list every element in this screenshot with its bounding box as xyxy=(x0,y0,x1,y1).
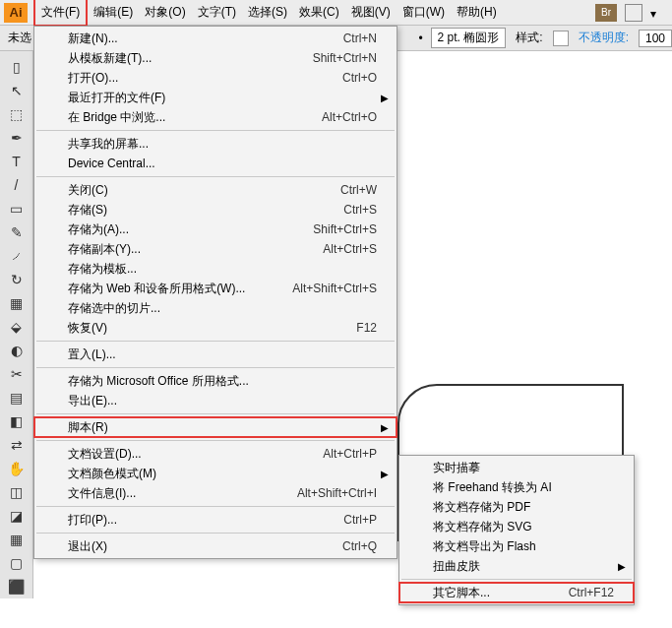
menu-item-label: 共享我的屏幕... xyxy=(68,136,387,153)
file-menu-dropdown: 新建(N)...Ctrl+N从模板新建(T)...Shift+Ctrl+N打开(… xyxy=(33,26,397,559)
menu-item-label: 新建(N)... xyxy=(68,31,343,47)
dropdown-icon[interactable]: ▾ xyxy=(650,7,662,19)
menu-item[interactable]: 存储(S)Ctrl+S xyxy=(34,200,397,220)
menu-object[interactable]: 对象(O) xyxy=(139,0,191,25)
tool-17[interactable]: ✋ xyxy=(4,458,30,479)
menu-item[interactable]: 文档颜色模式(M)▶ xyxy=(34,464,397,483)
menu-separator xyxy=(36,440,395,441)
menu-item-label: 将 Freehand 转换为 AI xyxy=(433,479,624,496)
menu-item[interactable]: 最近打开的文件(F)▶ xyxy=(34,88,397,107)
menu-edit[interactable]: 编辑(E) xyxy=(88,0,139,25)
menu-item[interactable]: 存储为 Web 和设备所用格式(W)...Alt+Shift+Ctrl+S xyxy=(34,279,397,298)
menu-item-label: 文档设置(D)... xyxy=(68,446,323,463)
menu-item-label: 文件信息(I)... xyxy=(68,485,297,502)
menu-item-label: 其它脚本... xyxy=(433,585,569,601)
menu-item[interactable]: 将文档导出为 Flash xyxy=(399,536,634,556)
menu-item[interactable]: 脚本(R)▶ xyxy=(34,417,397,437)
tool-16[interactable]: ⇄ xyxy=(4,434,30,456)
menu-item[interactable]: Device Central... xyxy=(34,154,397,173)
menu-item[interactable]: 将文档存储为 SVG xyxy=(399,517,634,536)
menu-item-label: 在 Bridge 中浏览... xyxy=(68,109,322,126)
tool-20[interactable]: ▦ xyxy=(4,529,30,550)
menu-item-shortcut: Ctrl+Q xyxy=(342,539,387,553)
tool-12[interactable]: ◐ xyxy=(4,340,30,361)
bridge-button[interactable]: Br xyxy=(595,4,617,22)
tool-6[interactable]: ▭ xyxy=(4,198,30,220)
tool-19[interactable]: ◪ xyxy=(4,505,30,527)
tool-7[interactable]: ✎ xyxy=(4,221,30,243)
menu-item[interactable]: 将文档存储为 PDF xyxy=(399,497,634,517)
menubar-right: Br ▾ xyxy=(595,4,672,22)
tool-11[interactable]: ⬙ xyxy=(4,316,30,338)
menu-item[interactable]: 新建(N)...Ctrl+N xyxy=(34,29,397,48)
menu-view[interactable]: 视图(V) xyxy=(345,0,397,25)
menu-item[interactable]: 其它脚本...Ctrl+F12 xyxy=(399,583,634,602)
tool-10[interactable]: ▦ xyxy=(4,292,30,314)
menu-item-shortcut: Ctrl+F12 xyxy=(569,586,624,599)
menu-item[interactable]: 恢复(V)F12 xyxy=(34,318,397,338)
menu-type[interactable]: 文字(T) xyxy=(192,0,242,25)
menu-item[interactable]: 打印(P)...Ctrl+P xyxy=(34,510,397,530)
tool-4[interactable]: T xyxy=(4,151,30,172)
tool-22[interactable]: ⬛ xyxy=(4,576,30,597)
tool-9[interactable]: ↻ xyxy=(4,269,30,290)
menu-item-shortcut: Shift+Ctrl+N xyxy=(313,51,387,65)
stroke-profile-field[interactable]: 2 pt. 椭圆形 xyxy=(431,28,507,48)
tool-13[interactable]: ✂ xyxy=(4,363,30,385)
menu-item[interactable]: 文件信息(I)...Alt+Shift+Ctrl+I xyxy=(34,483,397,503)
menu-separator xyxy=(36,413,395,414)
menu-item[interactable]: 存储为 Microsoft Office 所用格式... xyxy=(34,371,397,391)
menu-select[interactable]: 选择(S) xyxy=(242,0,293,25)
style-swatch[interactable] xyxy=(553,31,569,46)
menu-item-label: 脚本(R) xyxy=(68,419,387,436)
arrange-icon[interactable] xyxy=(625,4,642,22)
menu-item-shortcut: Alt+Shift+Ctrl+S xyxy=(292,282,387,295)
tool-2[interactable]: ⬚ xyxy=(4,103,30,125)
menu-effect[interactable]: 效果(C) xyxy=(293,0,345,25)
menu-item-label: 退出(X) xyxy=(68,538,342,555)
menu-item-label: 文档颜色模式(M) xyxy=(68,466,387,482)
menu-item[interactable]: 打开(O)...Ctrl+O xyxy=(34,68,397,88)
opacity-field[interactable]: 100 xyxy=(639,30,672,47)
menu-item-label: 存储选中的切片... xyxy=(68,300,387,317)
menu-item[interactable]: 共享我的屏幕... xyxy=(34,134,397,154)
menu-item-shortcut: Alt+Ctrl+P xyxy=(323,447,387,461)
menu-item[interactable]: 存储副本(Y)...Alt+Ctrl+S xyxy=(34,239,397,259)
menu-file[interactable]: 文件(F) xyxy=(33,0,88,27)
menu-window[interactable]: 窗口(W) xyxy=(397,0,451,25)
menu-item[interactable]: 置入(L)... xyxy=(34,345,397,364)
menu-item[interactable]: 存储为(A)...Shift+Ctrl+S xyxy=(34,220,397,239)
submenu-arrow-icon: ▶ xyxy=(381,469,389,479)
tool-1[interactable]: ↖ xyxy=(4,80,30,101)
menubar: Ai 文件(F) 编辑(E) 对象(O) 文字(T) 选择(S) 效果(C) 视… xyxy=(0,0,672,26)
menu-item[interactable]: 存储为模板... xyxy=(34,259,397,279)
menu-item-label: 存储副本(Y)... xyxy=(68,241,323,258)
menu-item[interactable]: 实时描摹 xyxy=(399,458,634,477)
menu-separator xyxy=(36,506,395,507)
menu-item[interactable]: 文档设置(D)...Alt+Ctrl+P xyxy=(34,444,397,464)
menu-item[interactable]: 导出(E)... xyxy=(34,391,397,410)
menu-help[interactable]: 帮助(H) xyxy=(451,0,503,25)
tool-14[interactable]: ▤ xyxy=(4,387,30,408)
tool-0[interactable]: ▯ xyxy=(4,56,30,78)
tool-21[interactable]: ▢ xyxy=(4,552,30,574)
menu-item-label: 扭曲皮肤 xyxy=(433,558,624,575)
tool-15[interactable]: ◧ xyxy=(4,410,30,432)
tool-5[interactable]: / xyxy=(4,174,30,196)
menu-item[interactable]: 退出(X)Ctrl+Q xyxy=(34,536,397,556)
menu-item[interactable]: 存储选中的切片... xyxy=(34,298,397,318)
menu-item[interactable]: 在 Bridge 中浏览...Alt+Ctrl+O xyxy=(34,107,397,127)
menu-separator xyxy=(36,341,395,342)
menu-item-label: 将文档导出为 Flash xyxy=(433,538,624,555)
tool-3[interactable]: ✒ xyxy=(4,127,30,149)
menu-item[interactable]: 从模板新建(T)...Shift+Ctrl+N xyxy=(34,48,397,68)
menu-item-label: 存储为 Web 和设备所用格式(W)... xyxy=(68,281,292,297)
menu-item[interactable]: 将 Freehand 转换为 AI xyxy=(399,477,634,497)
menu-item[interactable]: 扭曲皮肤▶ xyxy=(399,556,634,576)
menu-item-label: 实时描摹 xyxy=(433,460,624,476)
menu-item-label: 关闭(C) xyxy=(68,182,340,199)
tool-18[interactable]: ◫ xyxy=(4,481,30,503)
tool-8[interactable]: ⟋ xyxy=(4,245,30,267)
menu-item[interactable]: 关闭(C)Ctrl+W xyxy=(34,180,397,200)
submenu-arrow-icon: ▶ xyxy=(618,561,626,572)
